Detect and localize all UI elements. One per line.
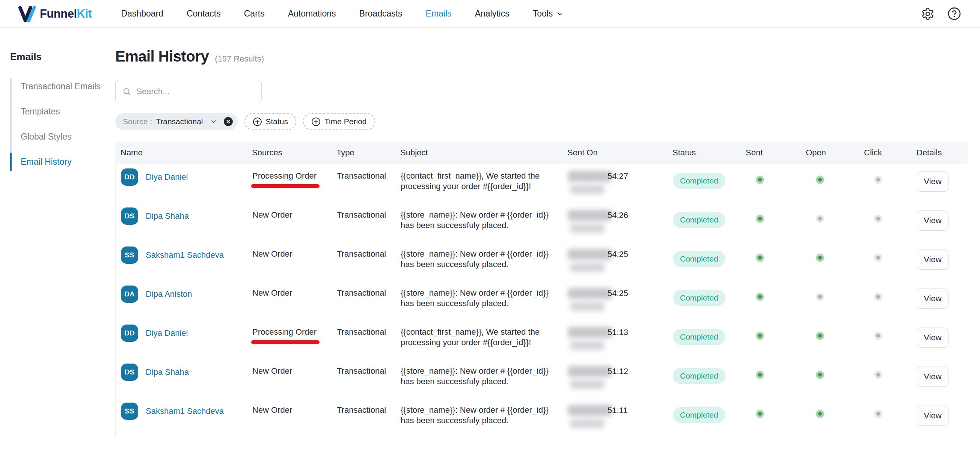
view-button[interactable]: View xyxy=(917,289,948,309)
view-button[interactable]: View xyxy=(917,328,948,348)
click-indicator xyxy=(874,293,882,301)
source-filter-value: Transactional xyxy=(156,117,203,126)
chevron-down-icon xyxy=(556,10,563,17)
open-indicator xyxy=(816,214,824,223)
redacted-date xyxy=(570,341,605,350)
col-sources: Sources xyxy=(247,148,331,157)
sent-on-cell: 54:26 xyxy=(562,203,668,242)
search-icon xyxy=(123,87,131,97)
filter-chips: Source : Transactional Status Time Perio… xyxy=(115,113,980,130)
table-row: DS Dipa Shaha New Order Transactional {{… xyxy=(116,359,967,398)
status-badge: Completed xyxy=(673,251,725,267)
source-filter-chip[interactable]: Source : Transactional xyxy=(115,113,238,130)
subject-text: {{contact_first_name}}, We started the p… xyxy=(395,320,562,354)
subject-text: {{store_name}}: New order # {{order_id}}… xyxy=(395,242,562,276)
col-open: Open xyxy=(800,148,859,157)
source-label: New Order xyxy=(252,249,292,259)
nav-emails[interactable]: Emails xyxy=(426,9,452,19)
view-button[interactable]: View xyxy=(917,249,948,270)
contact-name-link[interactable]: Dipa Shaha xyxy=(146,367,189,378)
subject-text: {{contact_first_name}}, We started the p… xyxy=(395,164,562,198)
type-label: Transactional xyxy=(331,398,395,421)
remove-filter-icon[interactable] xyxy=(223,117,233,127)
main-content: Email History (197 Results) Source : Tra… xyxy=(106,28,980,457)
sidebar-item-email-history[interactable]: Email History xyxy=(12,157,106,167)
avatar: SS xyxy=(121,403,138,420)
search-input[interactable] xyxy=(136,87,255,97)
nav-automations[interactable]: Automations xyxy=(288,9,336,19)
view-button[interactable]: View xyxy=(917,171,948,192)
funnelkit-logo-icon xyxy=(18,5,36,23)
redacted-date xyxy=(570,263,605,272)
top-navigation-bar: FunnelKit Dashboard Contacts Carts Autom… xyxy=(0,0,980,28)
add-time-period-filter-chip[interactable]: Time Period xyxy=(303,113,375,130)
sent-time: 51:11 xyxy=(608,405,627,416)
redacted-date xyxy=(568,366,612,377)
table-row: DS Dipa Shaha New Order Transactional {{… xyxy=(116,203,967,242)
source-label: Processing Order xyxy=(252,327,317,337)
settings-gear-icon[interactable] xyxy=(921,7,935,21)
redacted-date xyxy=(568,210,612,221)
contact-name-link[interactable]: Diya Daniel xyxy=(146,328,188,338)
sidebar-item-templates[interactable]: Templates xyxy=(12,106,106,117)
sidebar-item-transactional-emails[interactable]: Transactional Emails xyxy=(12,81,106,92)
contact-name-link[interactable]: Diya Daniel xyxy=(146,172,188,182)
add-status-filter-chip[interactable]: Status xyxy=(245,113,297,130)
source-label: New Order xyxy=(252,210,292,220)
status-badge: Completed xyxy=(673,407,725,423)
click-indicator xyxy=(874,176,882,184)
type-label: Transactional xyxy=(331,164,395,187)
source-filter-prefix: Source : xyxy=(123,117,152,126)
col-status: Status xyxy=(667,148,740,157)
nav-contacts[interactable]: Contacts xyxy=(187,9,221,19)
type-label: Transactional xyxy=(331,281,395,304)
redacted-date xyxy=(568,249,612,260)
status-badge: Completed xyxy=(673,329,725,345)
click-indicator xyxy=(874,410,882,418)
sent-on-cell: 54:25 xyxy=(562,281,668,320)
contact-name-link[interactable]: Dipa Aniston xyxy=(146,289,192,300)
col-sent: Sent xyxy=(740,148,800,157)
nav-analytics[interactable]: Analytics xyxy=(475,9,509,19)
contact-name-link[interactable]: Saksham1 Sachdeva xyxy=(146,406,224,416)
nav-tools[interactable]: Tools xyxy=(533,9,564,19)
sidebar-item-global-styles[interactable]: Global Styles xyxy=(12,132,106,142)
results-count: (197 Results) xyxy=(215,54,264,64)
redacted-date xyxy=(570,419,605,428)
page-title: Email History xyxy=(115,48,209,65)
avatar: DD xyxy=(121,168,138,186)
table-row: DD Diya Daniel Processing Order Transact… xyxy=(116,320,967,359)
source-label: New Order xyxy=(252,405,292,415)
help-icon[interactable] xyxy=(947,7,961,21)
plus-circle-icon xyxy=(311,117,321,127)
sent-time: 54:25 xyxy=(608,249,628,260)
type-label: Transactional xyxy=(331,203,395,226)
nav-dashboard[interactable]: Dashboard xyxy=(121,9,163,19)
plus-circle-icon xyxy=(253,117,262,127)
chevron-down-icon[interactable] xyxy=(210,118,217,125)
main-nav: Dashboard Contacts Carts Automations Bro… xyxy=(121,9,563,19)
subject-text: {{store_name}}: New order # {{order_id}}… xyxy=(395,398,562,432)
search-box[interactable] xyxy=(115,80,262,103)
contact-name-link[interactable]: Dipa Shaha xyxy=(146,211,189,221)
nav-carts[interactable]: Carts xyxy=(244,9,265,19)
sent-on-cell: 54:25 xyxy=(562,242,668,281)
topbar-actions xyxy=(921,7,961,21)
avatar: DD xyxy=(121,325,138,342)
view-button[interactable]: View xyxy=(917,406,948,426)
funnelkit-logo[interactable]: FunnelKit xyxy=(18,5,92,23)
col-name: Name xyxy=(115,148,247,157)
subject-text: {{store_name}}: New order # {{order_id}}… xyxy=(395,359,562,393)
col-details: Details xyxy=(911,148,967,157)
avatar: DA xyxy=(121,286,138,303)
table-row: DA Dipa Aniston New Order Transactional … xyxy=(116,281,967,320)
redacted-date xyxy=(570,224,605,233)
source-label: New Order xyxy=(252,366,292,376)
nav-broadcasts[interactable]: Broadcasts xyxy=(360,9,402,19)
type-label: Transactional xyxy=(331,359,395,382)
table-row: SS Saksham1 Sachdeva New Order Transacti… xyxy=(116,398,967,437)
view-button[interactable]: View xyxy=(917,211,948,231)
contact-name-link[interactable]: Saksham1 Sachdeva xyxy=(146,250,224,260)
view-button[interactable]: View xyxy=(917,367,948,387)
status-badge: Completed xyxy=(673,212,725,228)
